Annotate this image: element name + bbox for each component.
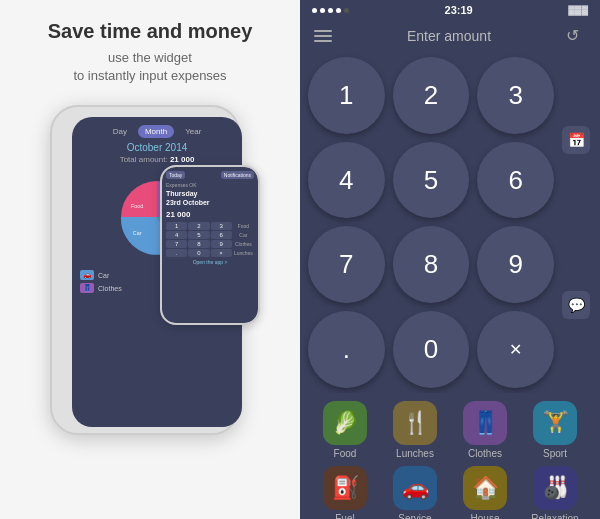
tab-day[interactable]: Day [106, 125, 134, 138]
service-car-icon: 🚗 [393, 466, 437, 510]
key-5[interactable]: 5 [393, 142, 470, 219]
cat-sport[interactable]: 🏋️ Sport [525, 401, 585, 460]
cat-fuel[interactable]: ⛽ FuelCar [315, 466, 375, 519]
key-1[interactable]: 1 [308, 57, 385, 134]
tab-year[interactable]: Year [178, 125, 208, 138]
key-delete[interactable]: ✕ [477, 311, 554, 388]
lunches-icon: 🍴 [393, 401, 437, 445]
status-bar: 23:19 ▓▓▓ [300, 0, 600, 20]
category-row-1: 🥬 Food 🍴 Lunches 👖 Clothes 🏋️ Sport [310, 401, 590, 460]
key-7[interactable]: 7 [308, 226, 385, 303]
house-icon: 🏠 [463, 466, 507, 510]
signal-dots [312, 8, 349, 13]
house-label: House [471, 513, 500, 519]
service-car-label: ServiceCar [398, 513, 431, 519]
fuel-label: FuelCar [335, 513, 354, 519]
cat-service-car[interactable]: 🚗 ServiceCar [385, 466, 445, 519]
key-2[interactable]: 2 [393, 57, 470, 134]
phone-date: October 2014 [72, 142, 242, 153]
svg-text:Car: Car [133, 230, 142, 236]
fuel-icon: ⛽ [323, 466, 367, 510]
food-label: Food [334, 448, 357, 460]
status-time: 23:19 [445, 4, 473, 16]
cat-house[interactable]: 🏠 House [455, 466, 515, 519]
top-bar: Enter amount ↺ [300, 20, 600, 52]
menu-icon[interactable] [314, 30, 332, 42]
clothes-label: Clothes [468, 448, 502, 460]
phone-total: Total amount: 21 000 [72, 155, 242, 164]
left-panel: Save time and money use the widgetto ins… [0, 0, 300, 519]
numpad-area: 1 2 3 4 5 6 7 8 9 . 0 ✕ 📅 💬 [300, 52, 600, 393]
key-9[interactable]: 9 [477, 226, 554, 303]
left-subtitle: use the widgetto instantly input expense… [73, 49, 226, 85]
food-icon: 🥬 [323, 401, 367, 445]
chat-icon[interactable]: 💬 [562, 291, 590, 319]
cat-food[interactable]: 🥬 Food [315, 401, 375, 460]
key-8[interactable]: 8 [393, 226, 470, 303]
right-panel: 23:19 ▓▓▓ Enter amount ↺ 1 2 3 4 5 6 7 8… [300, 0, 600, 519]
key-dot[interactable]: . [308, 311, 385, 388]
enter-amount-label: Enter amount [407, 28, 491, 44]
key-4[interactable]: 4 [308, 142, 385, 219]
key-3[interactable]: 3 [477, 57, 554, 134]
tab-month[interactable]: Month [138, 125, 174, 138]
phone-mockup: Day Month Year October 2014 Total amount… [40, 105, 260, 445]
key-0[interactable]: 0 [393, 311, 470, 388]
categories: 🥬 Food 🍴 Lunches 👖 Clothes 🏋️ Sport ⛽ Fu… [300, 393, 600, 519]
battery-icon: ▓▓▓ [568, 5, 588, 15]
calendar-icon[interactable]: 📅 [562, 126, 590, 154]
small-phone: Today Notifications Expenses OK Thursday… [160, 165, 260, 325]
numpad: 1 2 3 4 5 6 7 8 9 . 0 ✕ [308, 57, 554, 388]
side-icons: 📅 💬 [560, 57, 592, 388]
sport-icon: 🏋️ [533, 401, 577, 445]
cat-relaxation[interactable]: 🎳 Relaxation [525, 466, 585, 519]
relaxation-icon: 🎳 [533, 466, 577, 510]
lunches-label: Lunches [396, 448, 434, 460]
clothes-icon: 👖 [463, 401, 507, 445]
left-title: Save time and money [48, 20, 253, 43]
sport-label: Sport [543, 448, 567, 460]
category-row-2: ⛽ FuelCar 🚗 ServiceCar 🏠 House 🎳 Relaxat… [310, 466, 590, 519]
key-6[interactable]: 6 [477, 142, 554, 219]
relaxation-label: Relaxation [531, 513, 578, 519]
cat-clothes[interactable]: 👖 Clothes [455, 401, 515, 460]
settings-icon[interactable]: ↺ [566, 26, 586, 46]
small-phone-screen: Today Notifications Expenses OK Thursday… [162, 167, 258, 323]
svg-text:Food: Food [131, 203, 143, 209]
cat-lunches[interactable]: 🍴 Lunches [385, 401, 445, 460]
